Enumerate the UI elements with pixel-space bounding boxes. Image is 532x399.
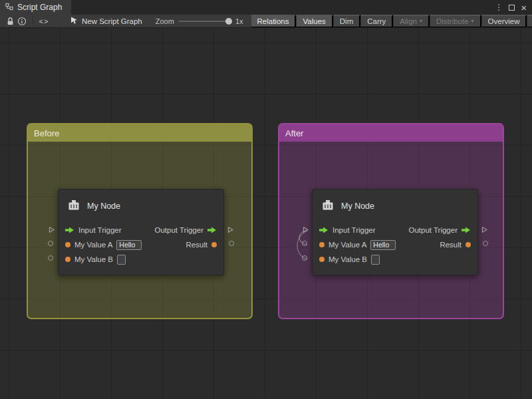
carry-button[interactable]: Carry	[360, 15, 393, 28]
group-header[interactable]: Before	[28, 124, 251, 142]
toolbar-separator	[33, 17, 33, 25]
node-header[interactable]: My Node	[59, 190, 223, 223]
my-node[interactable]: My Node Input Trigger Output Trigger	[312, 189, 478, 275]
maximize-icon[interactable]	[509, 5, 515, 11]
input-trigger-label: Input Trigger	[78, 226, 122, 234]
code-view-icon[interactable]: <>	[38, 15, 50, 28]
flow-in-port-icon	[319, 227, 329, 233]
port-row-flow: Input Trigger Output Trigger	[59, 223, 223, 237]
port-row-flow: Input Trigger Output Trigger	[313, 223, 477, 237]
output-trigger-label: Output Trigger	[408, 226, 458, 234]
my-value-b-label: My Value B	[329, 255, 367, 263]
flow-in-port-icon	[65, 227, 74, 233]
port-row-value-b: My Value B	[59, 252, 223, 267]
group-before[interactable]: Before My Node	[27, 123, 253, 319]
overview-button[interactable]: Overview	[481, 15, 527, 28]
zoom-control: Zoom 1x	[156, 17, 243, 25]
graph-breadcrumb[interactable]: New Script Graph	[70, 16, 142, 27]
value-b-port-icon	[319, 257, 325, 262]
my-value-a-label: My Value A	[329, 241, 366, 249]
value-a-connection-point[interactable]	[302, 241, 307, 246]
my-node-icon	[321, 198, 335, 215]
chevron-down-icon: ▾	[420, 18, 422, 24]
input-trigger-label: Input Trigger	[332, 226, 376, 234]
port-row-value-b: My Value B	[313, 252, 477, 267]
graph-toolbar: <> New Script Graph Zoom 1x Relations Va…	[0, 15, 532, 28]
result-connection-point[interactable]	[229, 241, 234, 246]
value-b-input[interactable]	[117, 255, 126, 265]
relations-button[interactable]: Relations	[251, 15, 297, 28]
flow-in-connection-point[interactable]	[302, 226, 309, 233]
group-header[interactable]: After	[279, 124, 503, 142]
full-screen-button[interactable]: Full Screen	[527, 15, 532, 28]
group-after[interactable]: After	[278, 123, 504, 319]
result-port-icon	[211, 242, 217, 247]
zoom-value: 1x	[235, 17, 243, 25]
port-row-value-a: My Value A Result	[313, 237, 477, 252]
group-title: Before	[34, 128, 59, 138]
output-trigger-label: Output Trigger	[154, 226, 203, 234]
zoom-label: Zoom	[156, 17, 174, 25]
tab-label: Script Graph	[17, 3, 62, 12]
kebab-menu-icon[interactable]: ⋮	[495, 3, 503, 11]
dim-button[interactable]: Dim	[333, 15, 360, 28]
unity-script-graph-window: Script Graph ⋮ × <>	[0, 0, 532, 399]
my-node[interactable]: My Node Input Trigger Output Trigger	[58, 189, 224, 275]
value-b-connection-point[interactable]	[48, 255, 53, 261]
zoom-slider[interactable]	[179, 17, 231, 25]
lock-icon[interactable]	[4, 15, 16, 28]
value-b-connection-point[interactable]	[302, 255, 307, 261]
flow-out-port-icon	[207, 227, 217, 233]
window-controls: ⋮ ×	[495, 0, 532, 15]
distribute-dropdown-button: Distribute▾	[430, 15, 481, 28]
script-graph-icon	[5, 3, 13, 13]
zoom-slider-track	[179, 21, 231, 22]
zoom-slider-handle[interactable]	[225, 18, 232, 25]
value-a-connection-point[interactable]	[48, 241, 53, 246]
value-b-input[interactable]	[371, 255, 380, 265]
port-row-value-a: My Value A Result	[59, 237, 223, 252]
graph-asset-icon	[70, 16, 78, 27]
value-a-port-icon	[319, 242, 325, 247]
value-a-input[interactable]	[370, 240, 396, 250]
flow-out-connection-point[interactable]	[481, 226, 488, 233]
graph-name-label: New Script Graph	[82, 17, 142, 25]
info-icon[interactable]	[16, 15, 28, 28]
my-node-icon	[66, 198, 81, 215]
align-dropdown-button: Align▾	[393, 15, 430, 28]
close-icon[interactable]: ×	[521, 3, 527, 13]
value-b-port-icon	[65, 257, 70, 262]
flow-out-connection-point[interactable]	[227, 226, 234, 233]
window-tab-bar: Script Graph ⋮ ×	[0, 0, 532, 15]
result-port-icon	[466, 242, 471, 247]
result-label: Result	[440, 241, 462, 249]
node-header[interactable]: My Node	[313, 190, 477, 223]
graph-canvas[interactable]: Before My Node	[0, 28, 532, 399]
flow-out-port-icon	[462, 227, 471, 233]
node-title: My Node	[341, 201, 374, 211]
value-a-port-icon	[65, 242, 70, 247]
group-title: After	[285, 128, 303, 138]
my-value-a-label: My Value A	[74, 241, 112, 249]
tab-script-graph[interactable]: Script Graph	[0, 0, 71, 15]
my-value-b-label: My Value B	[74, 255, 113, 263]
toolbar-buttons: Relations Values Dim Carry Align▾ Distri…	[251, 15, 532, 28]
node-title: My Node	[87, 201, 120, 211]
result-label: Result	[186, 241, 207, 249]
values-button[interactable]: Values	[296, 15, 332, 28]
result-connection-point[interactable]	[483, 241, 488, 246]
value-a-input[interactable]	[116, 240, 142, 250]
chevron-down-icon: ▾	[471, 18, 474, 24]
flow-in-connection-point[interactable]	[48, 226, 55, 233]
